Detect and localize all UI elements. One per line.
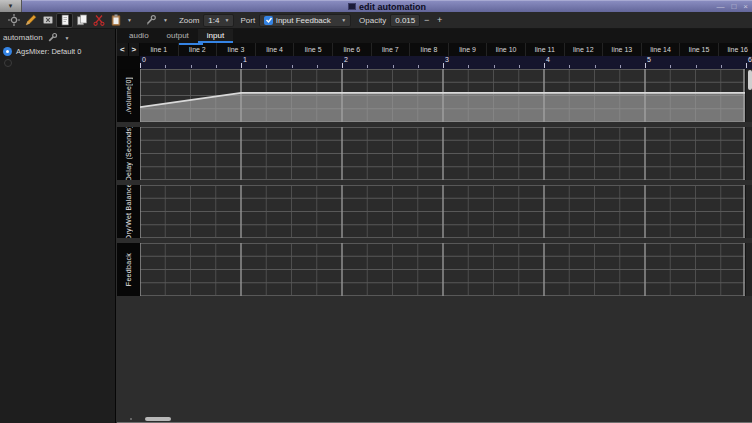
ruler-tick [468, 65, 469, 68]
minimize-button[interactable]: — [716, 2, 724, 12]
ruler-tick [418, 65, 419, 68]
clear-tool-button[interactable] [39, 13, 56, 28]
ruler-tick [721, 65, 722, 68]
window-menu-button[interactable]: ▾ [0, 0, 22, 12]
line-tab-line-9[interactable]: line 9 [449, 43, 488, 56]
ruler-tick [140, 63, 141, 68]
line-tab-line-4[interactable]: line 4 [256, 43, 295, 56]
position-tool-button[interactable] [5, 13, 22, 28]
port-value: input Feedback [276, 16, 331, 25]
automation-grid[interactable] [140, 69, 745, 122]
ruler-tick [393, 65, 394, 68]
ruler-tick [241, 63, 242, 68]
sidebar-header: automation ▼ [0, 29, 115, 45]
port-checkbox[interactable] [264, 16, 273, 25]
line-tab-line-14[interactable]: line 14 [642, 43, 681, 56]
track-vscrollbar[interactable] [745, 243, 752, 296]
line-tab-label: line 12 [573, 46, 594, 53]
tool-menu-dropdown-arrow[interactable]: ▼ [163, 17, 168, 23]
edit-tool-button[interactable] [22, 13, 39, 28]
cut-button[interactable] [90, 13, 107, 28]
line-tab-line-12[interactable]: line 12 [565, 43, 604, 56]
automation-tool-menu-button[interactable] [143, 13, 160, 28]
line-tab-line-11[interactable]: line 11 [526, 43, 565, 56]
ruler-tick [620, 65, 621, 68]
track-vscrollbar[interactable] [745, 127, 752, 180]
line-tabs-strip: line 1line 2line 3line 4line 5line 6line… [140, 43, 752, 56]
select-tool-button[interactable] [56, 13, 73, 28]
automation-track: ./volume[0] [117, 69, 752, 122]
line-tabs-next-button[interactable]: > [129, 43, 141, 56]
line-tab-label: line 5 [305, 46, 322, 53]
tab-output[interactable]: output [158, 29, 198, 43]
position-ruler[interactable]: 0123456 [140, 56, 752, 69]
position-icon [8, 14, 20, 26]
paste-dropdown-arrow[interactable]: ▼ [127, 17, 132, 23]
automation-grid[interactable] [140, 127, 745, 180]
automation-track: Delay (Seconds) [117, 127, 752, 180]
ruler-label: 2 [344, 56, 348, 63]
line-tab-line-3[interactable]: line 3 [217, 43, 256, 56]
ruler-tick [696, 65, 697, 68]
opacity-label: Opacity [359, 16, 386, 25]
empty-radio[interactable] [4, 59, 12, 67]
line-tab-label: line 9 [459, 46, 476, 53]
opacity-input[interactable]: 0.015 [390, 14, 420, 27]
automation-dropdown-arrow[interactable]: ▼ [65, 35, 70, 41]
line-tab-line-7[interactable]: line 7 [372, 43, 411, 56]
machine-radio[interactable] [3, 47, 12, 56]
line-tab-label: line 3 [228, 46, 245, 53]
line-tab-label: line 1 [150, 46, 167, 53]
line-tab-label: line 6 [343, 46, 360, 53]
hscrollbar-thumb[interactable] [145, 417, 171, 421]
close-button[interactable]: × [743, 2, 748, 12]
tool-icon [145, 14, 157, 26]
line-tab-line-1[interactable]: line 1 [140, 43, 179, 56]
zoom-dropdown-arrow: ▼ [224, 17, 229, 23]
line-tab-line-8[interactable]: line 8 [410, 43, 449, 56]
line-tab-line-6[interactable]: line 6 [333, 43, 372, 56]
tab-input[interactable]: input [198, 29, 233, 43]
copy-button[interactable] [73, 13, 90, 28]
automation-editor: audio output input < > line 1line 2line … [117, 29, 752, 423]
window-icon [348, 3, 356, 10]
port-dropdown-arrow: ▼ [341, 17, 346, 23]
zoom-select[interactable]: 1:4 ▼ [203, 14, 234, 27]
line-tab-line-16[interactable]: line 16 [719, 43, 752, 56]
pencil-icon [25, 14, 37, 26]
opacity-decrement-button[interactable]: − [420, 14, 433, 27]
line-tabs-prev-button[interactable]: < [117, 43, 129, 56]
zoom-value: 1:4 [208, 16, 219, 25]
line-tab-line-10[interactable]: line 10 [487, 43, 526, 56]
track-label: Delay (Seconds) [117, 127, 140, 180]
maximize-button[interactable]: □ [731, 2, 736, 12]
copy-icon [76, 14, 88, 26]
track-vscrollbar[interactable] [745, 69, 752, 122]
track-vscrollbar[interactable] [745, 185, 752, 238]
titlebar-drag-area[interactable]: edit automation — □ × [22, 0, 752, 12]
vscrollbar-thumb[interactable] [748, 70, 752, 90]
paste-button[interactable] [107, 13, 124, 28]
ruler-tick [519, 65, 520, 68]
line-tab-line-2[interactable]: line 2 [179, 43, 218, 56]
track-label: ./volume[0] [117, 69, 140, 122]
check-icon [265, 16, 273, 24]
track-label-text: Dry/Wet Balance [125, 185, 132, 238]
automation-grid[interactable] [140, 185, 745, 238]
line-tab-label: line 15 [689, 46, 710, 53]
track-label-text: Delay (Seconds) [125, 127, 132, 180]
line-tab-line-5[interactable]: line 5 [294, 43, 333, 56]
track-label: Dry/Wet Balance [117, 185, 140, 238]
port-label: Port [240, 16, 255, 25]
port-select[interactable]: input Feedback ▼ [259, 14, 351, 27]
opacity-increment-button[interactable]: + [433, 14, 446, 27]
window-title: edit automation [359, 2, 426, 12]
ruler-tick [645, 63, 646, 68]
line-tab-line-13[interactable]: line 13 [603, 43, 642, 56]
machine-radio-row[interactable]: AgsMixer: Default 0 [0, 45, 115, 58]
automation-grid[interactable] [140, 243, 745, 296]
line-tab-line-15[interactable]: line 15 [680, 43, 719, 56]
tab-audio[interactable]: audio [120, 29, 158, 43]
line-tab-label: line 10 [496, 46, 517, 53]
ruler-label: 6 [748, 56, 752, 63]
